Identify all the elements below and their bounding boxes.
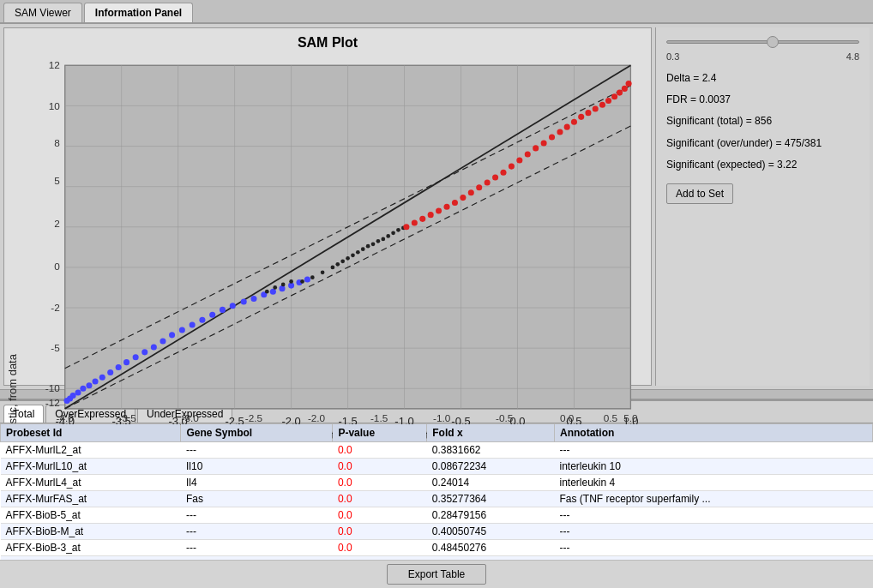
- slider-track[interactable]: [666, 34, 859, 50]
- svg-text:-2: -2: [51, 302, 59, 313]
- svg-point-102: [599, 102, 605, 108]
- col-pvalue[interactable]: P-value: [333, 424, 427, 442]
- svg-text:-3.0: -3.0: [182, 412, 200, 423]
- col-probeset-id[interactable]: Probeset Id: [1, 424, 181, 442]
- svg-point-87: [485, 179, 491, 185]
- svg-point-101: [593, 105, 599, 111]
- svg-text:2: 2: [54, 218, 60, 229]
- top-tab-bar: SAM Viewer Information Panel: [0, 0, 873, 24]
- svg-point-69: [386, 234, 390, 238]
- export-row: Export Table: [0, 560, 873, 588]
- svg-point-103: [605, 98, 611, 104]
- svg-text:-5: -5: [51, 342, 60, 353]
- svg-text:8: 8: [54, 137, 60, 148]
- svg-point-35: [123, 359, 129, 365]
- svg-point-85: [468, 189, 474, 195]
- svg-point-80: [428, 212, 434, 218]
- slider-thumb[interactable]: [767, 36, 779, 48]
- svg-point-94: [541, 140, 547, 146]
- svg-point-46: [230, 303, 236, 309]
- svg-point-75: [281, 283, 286, 287]
- svg-point-104: [611, 93, 617, 99]
- export-table-button[interactable]: Export Table: [387, 564, 487, 585]
- svg-text:-1.5: -1.5: [370, 412, 388, 423]
- svg-point-34: [116, 364, 122, 370]
- svg-point-51: [279, 285, 285, 291]
- bottom-section: Total OverExpressed UnderExpressed Probe…: [0, 399, 873, 588]
- svg-point-32: [99, 375, 105, 381]
- svg-point-48: [250, 296, 256, 302]
- svg-point-84: [460, 195, 466, 201]
- svg-point-105: [617, 90, 623, 96]
- svg-point-100: [585, 110, 591, 116]
- svg-point-77: [403, 224, 409, 230]
- table-row[interactable]: AFFX-MurlL2_at---0.00.3831662---: [1, 442, 873, 459]
- svg-point-47: [241, 298, 247, 304]
- table-row[interactable]: AFFX-MurFAS_atFas0.00.35277364Fas (TNF r…: [1, 491, 873, 507]
- col-annotation[interactable]: Annotation: [555, 424, 873, 442]
- svg-point-83: [452, 200, 458, 206]
- plot-title: SAM Plot: [4, 28, 651, 54]
- table-container[interactable]: Probeset Id Gene Symbol P-value Fold x A…: [0, 423, 873, 560]
- svg-point-45: [220, 307, 226, 313]
- svg-point-88: [492, 175, 498, 181]
- svg-point-43: [199, 317, 205, 323]
- svg-point-107: [626, 81, 632, 87]
- slider-container: 0.3 4.8: [666, 34, 859, 62]
- svg-point-90: [509, 164, 515, 170]
- table-row[interactable]: AFFX-BioB-M_at---0.00.40050745---: [1, 524, 873, 540]
- svg-point-30: [86, 382, 92, 388]
- table-row[interactable]: AFFX-MurlL10_atIl100.00.08672234interleu…: [1, 459, 873, 475]
- plot-container: SAM Plot: [3, 27, 652, 386]
- svg-point-70: [391, 231, 395, 235]
- svg-point-33: [107, 369, 113, 375]
- add-to-set-button[interactable]: Add to Set: [666, 183, 733, 204]
- svg-point-97: [564, 124, 570, 130]
- svg-point-29: [80, 386, 86, 392]
- svg-point-62: [351, 253, 355, 257]
- svg-point-55: [300, 279, 304, 284]
- tab-information-panel[interactable]: Information Panel: [84, 3, 193, 22]
- col-fold-x[interactable]: Fold x: [427, 424, 555, 442]
- svg-text:12: 12: [49, 59, 60, 70]
- stat-delta: Delta = 2.4: [666, 70, 859, 87]
- svg-text:5.0: 5.0: [623, 412, 638, 423]
- svg-text:0: 0: [54, 261, 60, 272]
- svg-point-44: [209, 312, 215, 318]
- svg-point-73: [265, 290, 269, 294]
- svg-point-89: [500, 170, 506, 176]
- svg-point-93: [533, 145, 539, 151]
- svg-point-81: [436, 207, 442, 213]
- svg-point-98: [571, 119, 577, 125]
- svg-point-67: [376, 239, 381, 243]
- svg-point-86: [476, 184, 482, 190]
- svg-text:-1.0: -1.0: [433, 412, 451, 423]
- svg-text:-3.5: -3.5: [119, 412, 137, 423]
- svg-point-106: [622, 86, 628, 92]
- results-table: Probeset Id Gene Symbol P-value Fold x A…: [0, 423, 873, 560]
- svg-point-27: [70, 393, 76, 399]
- svg-point-71: [396, 228, 400, 232]
- svg-text:-10: -10: [45, 382, 60, 393]
- stat-sig-over-under: Significant (over/under) = 475/381: [666, 135, 859, 152]
- col-gene-symbol[interactable]: Gene Symbol: [181, 424, 333, 442]
- table-row[interactable]: AFFX-MurlL4_atIl40.00.24014interleukin 4: [1, 475, 873, 491]
- svg-point-38: [151, 344, 157, 350]
- svg-point-31: [92, 379, 98, 385]
- table-row[interactable]: AFFX-BioB-3_at---0.00.48450276---: [1, 540, 873, 556]
- svg-point-92: [525, 151, 531, 157]
- stat-fdr: FDR = 0.0037: [666, 92, 859, 108]
- svg-point-76: [289, 279, 293, 284]
- slider-min-label: 0.3: [666, 51, 679, 62]
- svg-point-95: [549, 134, 555, 140]
- svg-point-60: [340, 259, 345, 263]
- svg-point-64: [361, 247, 365, 251]
- svg-point-58: [331, 266, 335, 270]
- svg-point-65: [366, 244, 370, 249]
- plot-wrapper: -4.0 -3.5 -3.0 -2.5 -2.0 -1.5 -1.0 -0.5 …: [4, 54, 651, 441]
- tab-sam-viewer[interactable]: SAM Viewer: [3, 3, 82, 22]
- table-row[interactable]: AFFX-BioB-5_at---0.00.28479156---: [1, 507, 873, 524]
- svg-text:-2.5: -2.5: [245, 412, 263, 423]
- svg-point-59: [335, 262, 340, 267]
- svg-text:-12: -12: [45, 397, 60, 408]
